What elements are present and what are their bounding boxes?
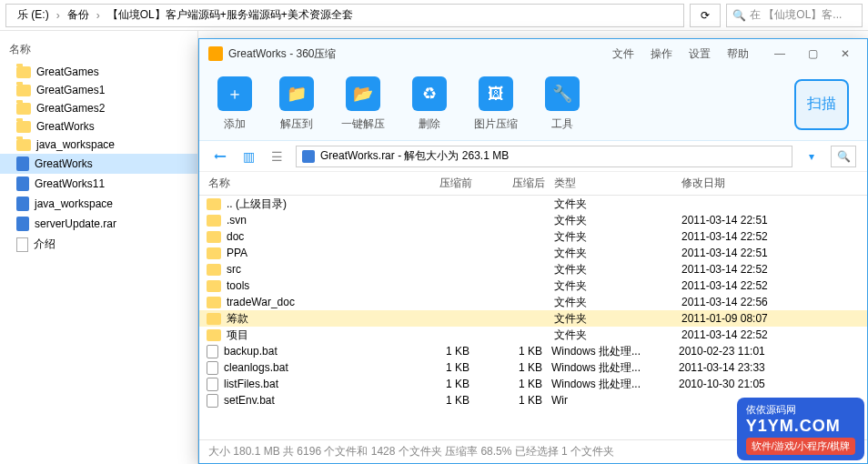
tool-button[interactable]: 📁解压到 <box>279 76 314 132</box>
close-button[interactable]: ✕ <box>833 45 858 63</box>
tree-item-label: GreatWorks <box>36 120 95 133</box>
folder-icon <box>207 313 221 325</box>
tree-item[interactable]: 介绍 <box>0 234 197 255</box>
row-name: doc <box>227 230 409 243</box>
file-row[interactable]: tradeWar_doc文件夹2011-03-14 22:56 <box>199 294 867 310</box>
file-row[interactable]: tools文件夹2011-03-14 22:52 <box>199 277 867 294</box>
file-row[interactable]: backup.bat1 KB1 KBWindows 批处理...2010-02-… <box>199 343 867 359</box>
folder-icon <box>207 264 221 276</box>
crumb-2[interactable]: 【仙境OL】客户端源码+服务端源码+美术资源全套 <box>102 5 358 25</box>
row-type: Windows 批处理... <box>551 344 679 359</box>
file-row[interactable]: 筹款文件夹2011-01-09 08:07 <box>199 310 867 327</box>
archive-path-input[interactable]: GreatWorks.rar - 解包大小为 263.1 MB <box>296 146 792 167</box>
list-icon[interactable]: ▥ <box>239 146 258 167</box>
file-row[interactable]: 项目文件夹2011-03-14 22:52 <box>199 327 867 343</box>
tool-button[interactable]: 🖼图片压缩 <box>474 76 518 132</box>
row-date: 2011-03-14 22:51 <box>681 247 867 259</box>
tool-label: 添加 <box>224 116 246 132</box>
folder-icon <box>16 139 31 151</box>
tool-icon: ＋ <box>217 76 252 111</box>
header-type[interactable]: 类型 <box>554 176 681 191</box>
menu-settings[interactable]: 设置 <box>689 46 711 62</box>
header-before[interactable]: 压缩前 <box>409 176 481 191</box>
tool-label: 一键解压 <box>341 116 385 132</box>
folder-icon <box>207 297 221 308</box>
breadcrumb[interactable]: 乐 (E:) › 备份 › 【仙境OL】客户端源码+服务端源码+美术资源全套 <box>5 4 684 27</box>
tree-item[interactable]: GreatGames1 <box>0 81 197 99</box>
crumb-1[interactable]: 备份 <box>62 5 95 25</box>
tree-item[interactable]: java_workspace <box>0 136 197 154</box>
tool-button[interactable]: 📂一键解压 <box>341 76 385 132</box>
tree-item[interactable]: java_workspace <box>0 194 197 214</box>
file-row[interactable]: .svn文件夹2011-03-14 22:51 <box>199 212 867 228</box>
bat-icon <box>207 361 218 375</box>
folder-icon <box>16 66 31 78</box>
row-type: 文件夹 <box>554 311 681 327</box>
header-date[interactable]: 修改日期 <box>681 176 867 191</box>
row-name: src <box>227 263 409 276</box>
scan-button[interactable]: 扫描 <box>794 79 849 130</box>
rar-icon <box>16 217 29 231</box>
archive-path-text: GreatWorks.rar - 解包大小为 263.1 MB <box>320 148 509 164</box>
sidebar-header: 名称 <box>0 36 197 63</box>
details-icon[interactable]: ☰ <box>267 146 287 167</box>
menu-action[interactable]: 操作 <box>651 46 672 62</box>
folder-icon <box>207 329 221 341</box>
folder-icon <box>207 231 221 243</box>
tree-item-label: GreatGames1 <box>36 84 105 96</box>
row-type: Windows 批处理... <box>551 360 679 376</box>
file-row[interactable]: doc文件夹2011-03-14 22:52 <box>199 228 867 245</box>
tool-button[interactable]: ♻删除 <box>412 76 447 132</box>
file-row[interactable]: listFiles.bat1 KB1 KBWindows 批处理...2010-… <box>199 376 867 392</box>
dropdown-button[interactable]: ▾ <box>802 150 822 163</box>
folder-icon <box>16 103 31 115</box>
menu-help[interactable]: 帮助 <box>727 46 749 62</box>
maximize-button[interactable]: ▢ <box>800 45 825 63</box>
file-list: .. (上级目录)文件夹.svn文件夹2011-03-14 22:51doc文件… <box>199 196 867 430</box>
row-date: 2010-02-23 11:01 <box>679 345 867 358</box>
refresh-button[interactable]: ⟳ <box>690 4 721 27</box>
row-name: tools <box>227 279 409 292</box>
tool-icon: 🔧 <box>545 76 580 111</box>
header-after[interactable]: 压缩后 <box>481 176 554 191</box>
row-after: 1 KB <box>479 361 551 374</box>
window-title: GreatWorks - 360压缩 <box>228 46 612 62</box>
row-name: PPA <box>227 247 409 259</box>
rar-icon <box>16 177 29 191</box>
txt-icon <box>16 237 28 252</box>
row-name: cleanlogs.bat <box>224 361 406 374</box>
titlebar[interactable]: GreatWorks - 360压缩 文件 操作 设置 帮助 — ▢ ✕ <box>199 39 867 68</box>
tree-item[interactable]: GreatWorks <box>0 117 197 136</box>
row-date: 2011-03-14 22:56 <box>681 296 867 308</box>
tree-item[interactable]: serverUpdate.rar <box>0 214 197 234</box>
back-button[interactable]: 🠔 <box>210 146 230 167</box>
row-type: Wir <box>551 394 679 407</box>
rar-icon <box>16 156 29 171</box>
crumb-drive[interactable]: 乐 (E:) <box>12 5 55 25</box>
row-before: 1 KB <box>406 378 479 390</box>
folder-icon <box>16 121 31 133</box>
row-type: 文件夹 <box>554 229 681 245</box>
file-row[interactable]: PPA文件夹2011-03-14 22:51 <box>199 245 867 261</box>
folder-icon <box>207 198 221 210</box>
tree-item[interactable]: GreatWorks11 <box>0 174 197 194</box>
file-row[interactable]: src文件夹2011-03-14 22:52 <box>199 261 867 277</box>
search-button[interactable]: 🔍 <box>831 146 856 167</box>
tool-button[interactable]: ＋添加 <box>217 76 252 132</box>
explorer-search-input[interactable]: 🔍 在 【仙境OL】客... <box>726 4 863 27</box>
file-row[interactable]: cleanlogs.bat1 KB1 KBWindows 批处理...2011-… <box>199 359 867 376</box>
minimize-button[interactable]: — <box>767 45 792 63</box>
tree-item[interactable]: GreatGames2 <box>0 99 197 117</box>
explorer-sidebar: 名称 GreatGamesGreatGames1GreatGames2Great… <box>0 31 198 464</box>
menu-file[interactable]: 文件 <box>612 46 634 62</box>
tree-item[interactable]: GreatWorks <box>0 154 197 174</box>
app-icon <box>208 46 223 61</box>
tree-item-label: java_workspace <box>36 138 115 151</box>
header-name[interactable]: 名称 <box>199 176 409 191</box>
tree-item[interactable]: GreatGames <box>0 63 197 81</box>
file-row[interactable]: .. (上级目录)文件夹 <box>199 196 867 212</box>
row-type: 文件夹 <box>554 197 681 212</box>
row-date: 2011-03-14 22:52 <box>681 263 867 276</box>
tool-icon: 📂 <box>346 76 380 111</box>
tool-button[interactable]: 🔧工具 <box>545 76 580 132</box>
